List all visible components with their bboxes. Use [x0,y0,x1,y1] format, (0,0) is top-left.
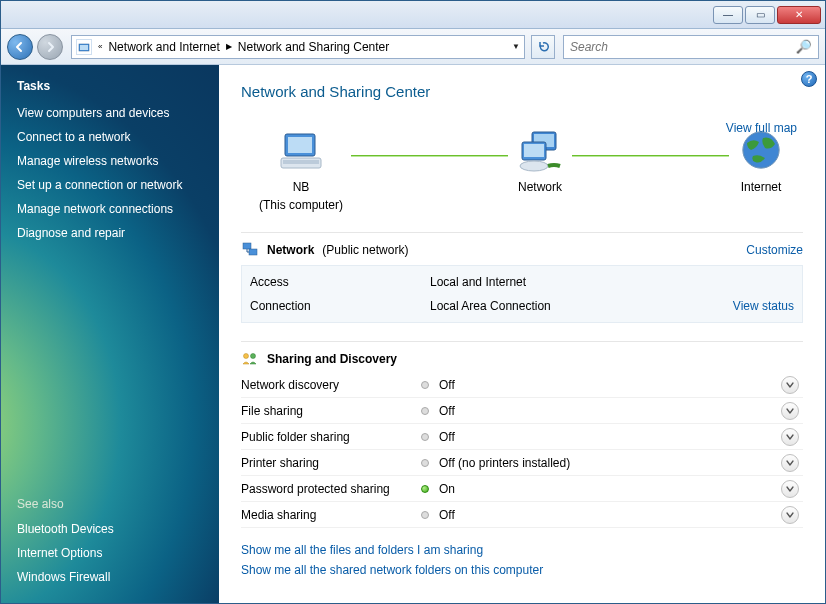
map-node-sublabel: (This computer) [259,198,343,212]
expand-button[interactable] [781,480,799,498]
forward-button[interactable] [37,34,63,60]
svg-point-15 [244,354,249,359]
nav-row: « Network and Internet ▶ Network and Sha… [1,29,825,65]
sharing-value: Off [439,378,455,392]
chevron-down-icon [786,459,794,467]
svg-point-16 [251,354,256,359]
expand-button[interactable] [781,428,799,446]
svg-rect-3 [288,137,312,153]
customize-link[interactable]: Customize [746,243,803,257]
computer-icon [277,128,325,176]
status-dot-icon [421,433,429,441]
info-key: Access [250,275,430,289]
close-button[interactable]: ✕ [777,6,821,24]
info-row-connection: Connection Local Area Connection View st… [250,294,794,318]
help-icon[interactable]: ? [801,71,817,87]
show-shared-files-link[interactable]: Show me all the files and folders I am s… [241,540,803,560]
chevron-down-icon [786,485,794,493]
sidebar-seealso[interactable]: Internet Options [17,541,203,565]
sidebar: Tasks View computers and devices Connect… [1,65,219,603]
sharing-row: Media sharingOff [241,502,803,528]
sharing-value: Off (no printers installed) [439,456,570,470]
sidebar-task[interactable]: Diagnose and repair [17,221,203,245]
refresh-button[interactable] [531,35,555,59]
sidebar-seealso[interactable]: Bluetooth Devices [17,517,203,541]
sidebar-task[interactable]: View computers and devices [17,101,203,125]
sharing-icon [241,350,259,368]
svg-rect-13 [243,243,251,249]
tasks-heading: Tasks [17,79,203,93]
expand-button[interactable] [781,454,799,472]
svg-rect-14 [249,249,257,255]
sharing-key: Media sharing [241,508,421,522]
refresh-icon [536,40,550,54]
svg-point-10 [520,161,548,171]
arrow-left-icon [14,41,26,53]
sharing-row: File sharingOff [241,398,803,424]
minimize-button[interactable]: — [713,6,743,24]
network-name: Network [267,243,314,257]
expand-button[interactable] [781,506,799,524]
page-title: Network and Sharing Center [219,65,825,118]
chevron-down-icon [786,407,794,415]
info-value: Local and Internet [430,275,526,289]
map-node-this-pc[interactable]: NB (This computer) [259,128,343,212]
main-panel: ? Network and Sharing Center View full m… [219,65,825,603]
svg-rect-1 [80,45,88,50]
breadcrumb-parent[interactable]: Network and Internet [108,40,219,54]
map-connection-line [351,155,508,157]
network-section: Network (Public network) Customize Acces… [241,232,803,528]
sharing-discovery-header: Sharing and Discovery [241,341,803,372]
bottom-links: Show me all the files and folders I am s… [219,528,825,598]
sharing-row: Printer sharingOff (no printers installe… [241,450,803,476]
search-box[interactable]: 🔍 [563,35,819,59]
status-dot-icon [421,511,429,519]
sidebar-task[interactable]: Manage wireless networks [17,149,203,173]
sharing-value: Off [439,508,455,522]
arrow-right-icon [44,41,56,53]
sharing-heading: Sharing and Discovery [267,352,397,366]
search-icon[interactable]: 🔍 [796,39,812,54]
network-header: Network (Public network) Customize [241,232,803,265]
show-shared-folders-link[interactable]: Show me all the shared network folders o… [241,560,803,580]
sidebar-task[interactable]: Connect to a network [17,125,203,149]
sharing-row: Public folder sharingOff [241,424,803,450]
chevron-down-icon [786,433,794,441]
sidebar-task[interactable]: Set up a connection or network [17,173,203,197]
svg-rect-5 [283,160,319,164]
status-dot-icon [421,381,429,389]
view-full-map-link[interactable]: View full map [726,121,797,135]
sidebar-seealso[interactable]: Windows Firewall [17,565,203,589]
breadcrumb-current[interactable]: Network and Sharing Center [238,40,389,54]
chevron-down-icon [786,381,794,389]
expand-button[interactable] [781,402,799,420]
map-node-network[interactable]: Network [516,128,564,212]
breadcrumb-chevron-icon: « [98,42,102,51]
map-node-label: Network [518,180,562,194]
seealso-heading: See also [17,497,203,511]
network-info-box: Access Local and Internet Connection Loc… [241,265,803,323]
maximize-button[interactable]: ▭ [745,6,775,24]
sidebar-task[interactable]: Manage network connections [17,197,203,221]
address-bar[interactable]: « Network and Internet ▶ Network and Sha… [71,35,525,59]
view-status-link[interactable]: View status [733,299,794,313]
sharing-key: Network discovery [241,378,421,392]
address-dropdown-icon[interactable]: ▼ [512,42,520,51]
chevron-right-icon: ▶ [226,42,232,51]
status-dot-icon [421,485,429,493]
window: — ▭ ✕ « Network and Internet ▶ Network a… [0,0,826,604]
body: Tasks View computers and devices Connect… [1,65,825,603]
map-node-internet[interactable]: Internet [737,128,785,212]
sharing-value: On [439,482,455,496]
sharing-key: Printer sharing [241,456,421,470]
sharing-value: Off [439,404,455,418]
map-connection-line [572,155,729,157]
sharing-key: Public folder sharing [241,430,421,444]
back-button[interactable] [7,34,33,60]
sharing-value: Off [439,430,455,444]
info-row-access: Access Local and Internet [250,270,794,294]
map-node-label: NB [293,180,310,194]
expand-button[interactable] [781,376,799,394]
sharing-row: Password protected sharingOn [241,476,803,502]
search-input[interactable] [570,40,794,54]
